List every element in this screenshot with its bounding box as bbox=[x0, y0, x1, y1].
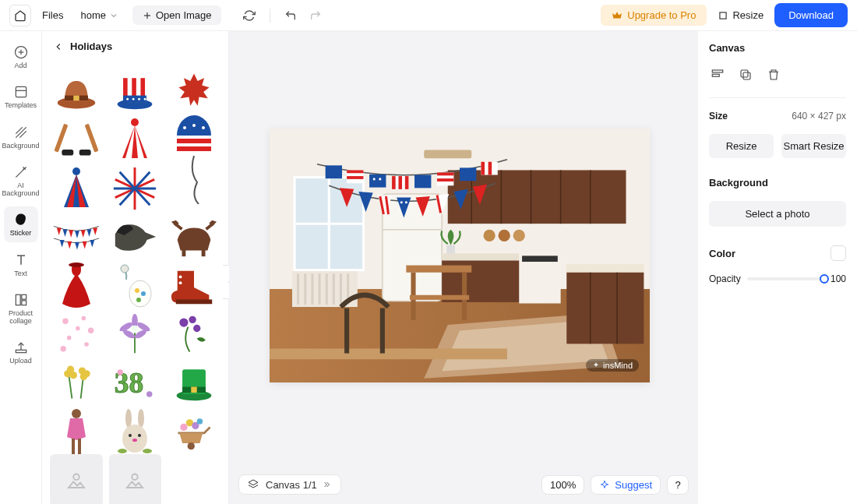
svg-rect-196 bbox=[437, 178, 453, 182]
color-swatch[interactable] bbox=[831, 245, 846, 261]
background-section-label: Background bbox=[709, 177, 846, 189]
sticker-red-dress[interactable] bbox=[50, 259, 103, 312]
sticker-red-boot[interactable] bbox=[168, 259, 220, 312]
svg-marker-62 bbox=[57, 228, 62, 236]
resize-button[interactable]: Resize bbox=[709, 134, 774, 158]
svg-point-30 bbox=[139, 98, 141, 100]
sticker-party-hat-red[interactable] bbox=[109, 113, 162, 166]
delete-button[interactable] bbox=[765, 66, 782, 83]
svg-point-133 bbox=[73, 474, 79, 481]
select-photo-button[interactable]: Select a photo bbox=[709, 201, 846, 227]
sticker-balloon-usa[interactable] bbox=[168, 113, 220, 204]
alignment-button[interactable] bbox=[709, 66, 726, 83]
sticker-pink-petals[interactable] bbox=[50, 308, 103, 361]
svg-point-88 bbox=[67, 336, 72, 340]
svg-point-121 bbox=[138, 409, 144, 428]
sticker-yellow-flowers[interactable] bbox=[50, 357, 103, 410]
nav-label: Upload bbox=[9, 358, 32, 365]
duplicate-button[interactable] bbox=[737, 66, 754, 83]
open-image-label: Open Image bbox=[156, 9, 212, 21]
canvas-selector[interactable]: Canvas 1/1 bbox=[238, 474, 341, 495]
svg-rect-195 bbox=[437, 172, 453, 175]
svg-rect-184 bbox=[347, 170, 363, 173]
sticker-moose[interactable] bbox=[168, 210, 220, 263]
refresh-icon bbox=[243, 9, 256, 22]
suggest-button[interactable]: Suggest bbox=[591, 475, 661, 495]
svg-rect-168 bbox=[566, 273, 644, 344]
sparkle-icon bbox=[592, 361, 600, 369]
svg-point-111 bbox=[118, 370, 124, 376]
svg-point-117 bbox=[72, 409, 81, 418]
undo-button[interactable] bbox=[280, 5, 302, 26]
svg-point-85 bbox=[62, 318, 68, 323]
svg-point-78 bbox=[129, 280, 151, 307]
nav-product-collage[interactable]: Product collage bbox=[4, 287, 38, 330]
sticker-violet-flowers[interactable] bbox=[168, 308, 220, 361]
svg-point-120 bbox=[125, 409, 132, 428]
sticker-loading[interactable] bbox=[109, 454, 162, 504]
files-menu[interactable]: Files bbox=[34, 6, 71, 24]
sticker-purple-flower[interactable] bbox=[109, 308, 162, 361]
project-dropdown[interactable]: home bbox=[74, 6, 125, 24]
text-icon bbox=[12, 252, 30, 269]
sticker-firework[interactable] bbox=[109, 162, 162, 215]
sticker-flower-cart[interactable] bbox=[168, 405, 220, 458]
sticker-goose[interactable] bbox=[109, 210, 162, 263]
size-label: Size bbox=[709, 111, 728, 122]
panel-back-button[interactable]: Holidays bbox=[42, 31, 228, 62]
sync-button[interactable] bbox=[238, 5, 260, 26]
svg-rect-177 bbox=[410, 295, 469, 300]
sticker-uncle-sam-hat[interactable] bbox=[109, 65, 162, 118]
nav-text[interactable]: Text bbox=[4, 247, 38, 282]
svg-rect-218 bbox=[741, 70, 748, 77]
home-button[interactable] bbox=[9, 5, 31, 26]
svg-rect-200 bbox=[488, 162, 492, 175]
sticker-bunting[interactable] bbox=[50, 210, 103, 263]
sticker-hockey-sticks[interactable] bbox=[50, 113, 103, 166]
sticker-loading[interactable] bbox=[50, 454, 103, 504]
redo-button[interactable] bbox=[305, 5, 326, 26]
crown-icon bbox=[612, 10, 622, 21]
download-button[interactable]: Download bbox=[774, 3, 848, 27]
opacity-slider[interactable] bbox=[747, 277, 824, 280]
canvas-bottom-right: 100% Suggest ? bbox=[541, 475, 689, 495]
svg-rect-6 bbox=[16, 87, 26, 97]
svg-rect-74 bbox=[182, 249, 186, 257]
canvas[interactable]: insMind bbox=[270, 129, 650, 382]
help-button[interactable]: ? bbox=[667, 475, 689, 495]
top-bar: Files home Open Image Upgrade to Pro Res… bbox=[0, 0, 857, 31]
sticker-maple-leaf[interactable] bbox=[168, 65, 220, 118]
open-image-button[interactable]: Open Image bbox=[132, 5, 221, 25]
sticker-easter-egg[interactable] bbox=[109, 259, 162, 312]
sticker-pilgrim-hat[interactable] bbox=[50, 65, 103, 118]
nav-ai-background[interactable]: AI Background bbox=[4, 159, 38, 202]
svg-rect-215 bbox=[712, 70, 723, 72]
svg-point-31 bbox=[144, 98, 146, 100]
nav-label: Add bbox=[14, 62, 26, 69]
upgrade-button[interactable]: Upgrade to Pro bbox=[601, 5, 707, 26]
nav-add[interactable]: Add bbox=[4, 39, 38, 74]
sticker-party-hat-blue[interactable] bbox=[50, 162, 103, 215]
resize-top-button[interactable]: Resize bbox=[710, 5, 771, 26]
sticker-bunny[interactable] bbox=[109, 405, 162, 458]
sticker-green-top-hat[interactable] bbox=[168, 357, 220, 410]
svg-point-126 bbox=[118, 449, 127, 453]
svg-rect-32 bbox=[55, 124, 68, 153]
svg-rect-192 bbox=[405, 176, 409, 189]
svg-point-109 bbox=[79, 373, 86, 380]
svg-point-80 bbox=[141, 291, 146, 296]
nav-upload[interactable]: Upload bbox=[4, 334, 38, 369]
smart-resize-label: Smart Resize bbox=[783, 140, 844, 152]
svg-point-29 bbox=[132, 98, 135, 100]
smart-resize-button[interactable]: Smart Resize bbox=[781, 134, 846, 158]
sticker-number-38[interactable]: 38 bbox=[109, 357, 162, 410]
canvas-area: insMind Canvas 1/1 100% Suggest ? bbox=[229, 31, 698, 504]
nav-sticker[interactable]: Sticker bbox=[4, 206, 38, 241]
nav-background[interactable]: Background bbox=[4, 119, 38, 154]
zoom-control[interactable]: 100% bbox=[541, 475, 584, 495]
svg-rect-116 bbox=[191, 387, 196, 393]
sticker-person-pink[interactable] bbox=[50, 405, 103, 458]
nav-templates[interactable]: Templates bbox=[4, 79, 38, 114]
svg-point-89 bbox=[84, 342, 89, 347]
svg-point-173 bbox=[513, 230, 525, 241]
